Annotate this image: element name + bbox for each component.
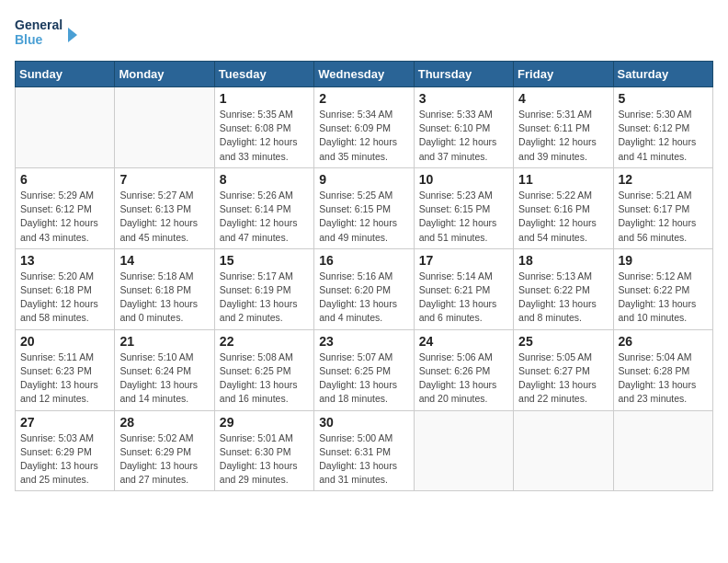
calendar-day: 7Sunrise: 5:27 AMSunset: 6:13 PMDaylight… — [115, 167, 214, 248]
calendar-week-1: 6Sunrise: 5:29 AMSunset: 6:12 PMDaylight… — [16, 167, 713, 248]
day-info: Sunrise: 5:30 AMSunset: 6:12 PMDaylight:… — [619, 108, 708, 164]
calendar-day — [115, 87, 214, 168]
day-number: 20 — [20, 334, 109, 349]
calendar-day: 13Sunrise: 5:20 AMSunset: 6:18 PMDayligh… — [16, 248, 115, 329]
day-number: 21 — [119, 334, 209, 349]
day-info: Sunrise: 5:33 AMSunset: 6:10 PMDaylight:… — [419, 108, 508, 164]
weekday-header-monday: Monday — [115, 62, 214, 87]
day-number: 1 — [220, 91, 309, 106]
day-number: 16 — [319, 253, 408, 268]
day-number: 14 — [119, 253, 209, 268]
calendar-day: 17Sunrise: 5:14 AMSunset: 6:21 PMDayligh… — [414, 248, 513, 329]
day-info: Sunrise: 5:22 AMSunset: 6:16 PMDaylight:… — [518, 189, 608, 245]
svg-text:Blue: Blue — [15, 32, 43, 47]
day-number: 2 — [319, 91, 408, 106]
calendar-day: 1Sunrise: 5:35 AMSunset: 6:08 PMDaylight… — [214, 87, 313, 168]
day-info: Sunrise: 5:35 AMSunset: 6:08 PMDaylight:… — [220, 108, 309, 164]
day-number: 28 — [119, 415, 209, 430]
day-number: 25 — [518, 334, 608, 349]
calendar-day: 25Sunrise: 5:05 AMSunset: 6:27 PMDayligh… — [514, 329, 613, 410]
calendar-day: 20Sunrise: 5:11 AMSunset: 6:23 PMDayligh… — [16, 329, 115, 410]
calendar-day: 8Sunrise: 5:26 AMSunset: 6:14 PMDaylight… — [214, 167, 313, 248]
day-number: 17 — [419, 253, 508, 268]
day-number: 29 — [220, 415, 309, 430]
day-info: Sunrise: 5:03 AMSunset: 6:29 PMDaylight:… — [20, 431, 109, 488]
calendar-day — [16, 87, 115, 168]
day-info: Sunrise: 5:26 AMSunset: 6:14 PMDaylight:… — [220, 189, 309, 245]
day-number: 9 — [319, 172, 408, 187]
calendar-week-4: 27Sunrise: 5:03 AMSunset: 6:29 PMDayligh… — [16, 410, 713, 491]
calendar-day: 16Sunrise: 5:16 AMSunset: 6:20 PMDayligh… — [314, 248, 414, 329]
calendar-day: 30Sunrise: 5:00 AMSunset: 6:31 PMDayligh… — [314, 410, 414, 491]
day-number: 23 — [319, 334, 408, 349]
day-info: Sunrise: 5:23 AMSunset: 6:15 PMDaylight:… — [419, 189, 508, 245]
day-info: Sunrise: 5:16 AMSunset: 6:20 PMDaylight:… — [319, 270, 408, 326]
logo: General Blue — [15, 15, 81, 52]
day-number: 10 — [419, 172, 508, 187]
weekday-header-row: SundayMondayTuesdayWednesdayThursdayFrid… — [16, 62, 713, 87]
day-info: Sunrise: 5:21 AMSunset: 6:17 PMDaylight:… — [619, 189, 708, 245]
day-number: 19 — [619, 253, 708, 268]
day-number: 15 — [220, 253, 309, 268]
day-info: Sunrise: 5:07 AMSunset: 6:25 PMDaylight:… — [319, 350, 408, 407]
calendar-day: 15Sunrise: 5:17 AMSunset: 6:19 PMDayligh… — [214, 248, 313, 329]
day-number: 8 — [220, 172, 309, 187]
calendar-day: 19Sunrise: 5:12 AMSunset: 6:22 PMDayligh… — [613, 248, 712, 329]
day-info: Sunrise: 5:31 AMSunset: 6:11 PMDaylight:… — [518, 108, 608, 164]
day-number: 24 — [419, 334, 508, 349]
day-info: Sunrise: 5:20 AMSunset: 6:18 PMDaylight:… — [20, 270, 109, 326]
calendar-day: 9Sunrise: 5:25 AMSunset: 6:15 PMDaylight… — [314, 167, 414, 248]
calendar-day: 29Sunrise: 5:01 AMSunset: 6:30 PMDayligh… — [214, 410, 313, 491]
calendar-day: 28Sunrise: 5:02 AMSunset: 6:29 PMDayligh… — [115, 410, 214, 491]
day-info: Sunrise: 5:27 AMSunset: 6:13 PMDaylight:… — [119, 189, 209, 245]
day-info: Sunrise: 5:13 AMSunset: 6:22 PMDaylight:… — [518, 270, 608, 326]
day-info: Sunrise: 5:14 AMSunset: 6:21 PMDaylight:… — [419, 270, 508, 326]
day-info: Sunrise: 5:02 AMSunset: 6:29 PMDaylight:… — [119, 431, 209, 488]
day-info: Sunrise: 5:01 AMSunset: 6:30 PMDaylight:… — [220, 431, 309, 488]
calendar-day: 18Sunrise: 5:13 AMSunset: 6:22 PMDayligh… — [514, 248, 613, 329]
calendar-day: 2Sunrise: 5:34 AMSunset: 6:09 PMDaylight… — [314, 87, 414, 168]
weekday-header-friday: Friday — [514, 62, 613, 87]
weekday-header-tuesday: Tuesday — [214, 62, 313, 87]
svg-text:General: General — [15, 17, 63, 32]
calendar-day — [414, 410, 513, 491]
day-number: 4 — [518, 91, 608, 106]
day-number: 13 — [20, 253, 109, 268]
logo-svg: General Blue — [15, 15, 81, 52]
day-info: Sunrise: 5:17 AMSunset: 6:19 PMDaylight:… — [220, 270, 309, 326]
calendar-day: 22Sunrise: 5:08 AMSunset: 6:25 PMDayligh… — [214, 329, 313, 410]
day-info: Sunrise: 5:34 AMSunset: 6:09 PMDaylight:… — [319, 108, 408, 164]
day-info: Sunrise: 5:10 AMSunset: 6:24 PMDaylight:… — [119, 350, 209, 407]
day-info: Sunrise: 5:04 AMSunset: 6:28 PMDaylight:… — [619, 350, 708, 407]
day-info: Sunrise: 5:05 AMSunset: 6:27 PMDaylight:… — [518, 350, 608, 407]
weekday-header-saturday: Saturday — [613, 62, 712, 87]
calendar-day — [613, 410, 712, 491]
calendar-week-0: 1Sunrise: 5:35 AMSunset: 6:08 PMDaylight… — [16, 87, 713, 168]
calendar-day: 10Sunrise: 5:23 AMSunset: 6:15 PMDayligh… — [414, 167, 513, 248]
day-number: 3 — [419, 91, 508, 106]
calendar-day: 4Sunrise: 5:31 AMSunset: 6:11 PMDaylight… — [514, 87, 613, 168]
calendar-day: 6Sunrise: 5:29 AMSunset: 6:12 PMDaylight… — [16, 167, 115, 248]
day-number: 5 — [619, 91, 708, 106]
calendar-day: 21Sunrise: 5:10 AMSunset: 6:24 PMDayligh… — [115, 329, 214, 410]
weekday-header-sunday: Sunday — [16, 62, 115, 87]
day-number: 27 — [20, 415, 109, 430]
calendar-day: 23Sunrise: 5:07 AMSunset: 6:25 PMDayligh… — [314, 329, 414, 410]
calendar-day: 14Sunrise: 5:18 AMSunset: 6:18 PMDayligh… — [115, 248, 214, 329]
day-info: Sunrise: 5:08 AMSunset: 6:25 PMDaylight:… — [220, 350, 309, 407]
weekday-header-thursday: Thursday — [414, 62, 513, 87]
page-header: General Blue — [15, 15, 713, 52]
weekday-header-wednesday: Wednesday — [314, 62, 414, 87]
calendar-day: 5Sunrise: 5:30 AMSunset: 6:12 PMDaylight… — [613, 87, 712, 168]
day-number: 11 — [518, 172, 608, 187]
calendar-day: 3Sunrise: 5:33 AMSunset: 6:10 PMDaylight… — [414, 87, 513, 168]
calendar-day: 24Sunrise: 5:06 AMSunset: 6:26 PMDayligh… — [414, 329, 513, 410]
day-info: Sunrise: 5:00 AMSunset: 6:31 PMDaylight:… — [319, 431, 408, 488]
day-number: 30 — [319, 415, 408, 430]
day-number: 22 — [220, 334, 309, 349]
day-info: Sunrise: 5:12 AMSunset: 6:22 PMDaylight:… — [619, 270, 708, 326]
day-info: Sunrise: 5:18 AMSunset: 6:18 PMDaylight:… — [119, 270, 209, 326]
svg-marker-2 — [68, 28, 77, 42]
day-number: 18 — [518, 253, 608, 268]
calendar-table: SundayMondayTuesdayWednesdayThursdayFrid… — [15, 61, 713, 491]
